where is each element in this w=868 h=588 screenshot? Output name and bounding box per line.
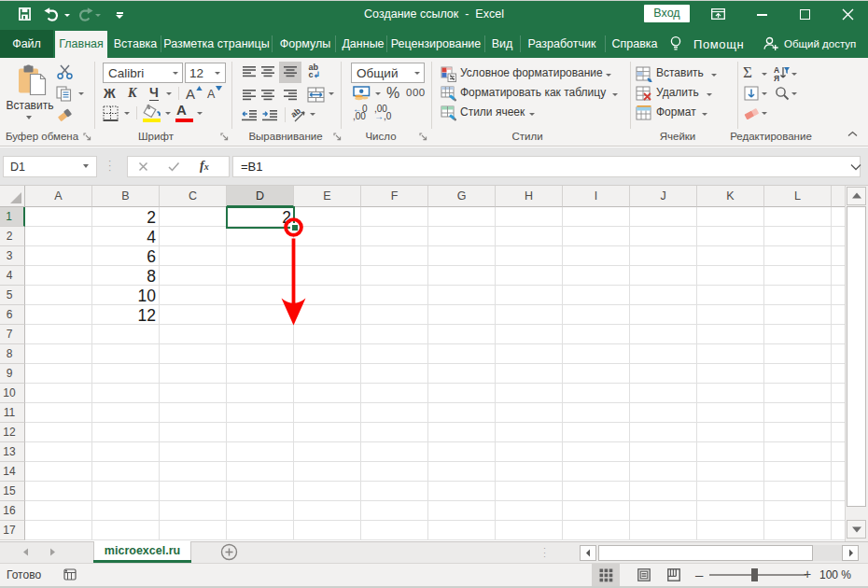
svg-text:Я: Я [774, 74, 779, 82]
svg-text:ab: ab [291, 106, 302, 119]
